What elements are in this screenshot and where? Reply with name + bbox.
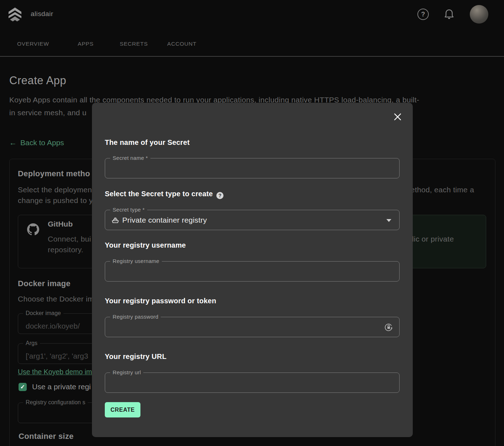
- secret-type-heading-text: Select the Secret type to create: [105, 190, 213, 198]
- back-to-apps-link[interactable]: ←Back to Apps: [9, 138, 64, 147]
- page-description-line2: in service mesh, and u: [9, 108, 87, 117]
- secret-name-field: Secret name *: [105, 158, 400, 178]
- secret-type-label: Secret type *: [110, 207, 147, 213]
- container-size-title: Container size: [19, 432, 74, 441]
- tab-overview[interactable]: OVERVIEW: [17, 41, 49, 47]
- registry-url-field: Registry url: [105, 372, 400, 393]
- deployment-desc-left: Select the deploymen: [18, 186, 92, 194]
- nav-divider: [0, 56, 504, 57]
- koyeb-demo-image-link[interactable]: Use the Koyeb demo imag: [18, 368, 100, 376]
- docker-image-desc: Choose the Docker im: [18, 295, 94, 303]
- registry-password-input[interactable]: [105, 317, 399, 337]
- user-avatar[interactable]: [470, 5, 488, 24]
- tab-apps[interactable]: APPS: [78, 41, 94, 47]
- github-card-desc2: repository.: [48, 245, 83, 254]
- tab-account[interactable]: ACCOUNT: [167, 41, 196, 47]
- registry-username-input[interactable]: [105, 262, 399, 281]
- private-registry-label: Use a private regi: [32, 382, 91, 391]
- page-title: Create App: [9, 74, 66, 87]
- github-icon: [27, 223, 39, 235]
- docker-card-desc-fragment: lic or private: [412, 235, 454, 243]
- back-link-label: Back to Apps: [20, 138, 64, 147]
- tab-secrets[interactable]: SECRETS: [120, 41, 148, 47]
- github-card-title: GitHub: [48, 220, 73, 228]
- back-arrow-icon: ←: [9, 138, 17, 147]
- secret-type-value: Private container registry: [122, 216, 207, 224]
- chevron-down-icon[interactable]: [386, 219, 391, 222]
- org-name: alisdair: [31, 10, 53, 18]
- password-lock-toggle-icon[interactable]: [384, 323, 394, 332]
- deployment-method-title: Deployment metho: [18, 169, 90, 178]
- help-tooltip-icon[interactable]: ?: [216, 192, 223, 199]
- registry-url-input[interactable]: [105, 373, 399, 392]
- deployment-desc-right: ethod, each time a: [411, 186, 474, 194]
- help-icon[interactable]: ?: [417, 9, 429, 20]
- create-secret-modal: The name of your Secret Secret name * Se…: [92, 103, 413, 437]
- secret-type-select[interactable]: Secret type * Private container registry: [105, 210, 400, 230]
- secret-type-heading: Select the Secret type to create?: [105, 190, 223, 199]
- registry-password-heading: Your registry password or token: [105, 297, 216, 305]
- create-button[interactable]: CREATE: [105, 402, 140, 417]
- close-icon[interactable]: [393, 112, 402, 121]
- registry-password-field: Registry password: [105, 317, 400, 337]
- deployment-desc-line2: change is pushed to y: [18, 196, 93, 205]
- container-registry-icon: [111, 216, 119, 224]
- registry-username-heading: Your registry username: [105, 241, 186, 249]
- registry-username-field: Registry username: [105, 261, 400, 282]
- secret-name-heading: The name of your Secret: [105, 138, 190, 147]
- docker-image-title: Docker image: [18, 279, 71, 288]
- registry-url-heading: Your registry URL: [105, 353, 166, 361]
- private-registry-checkbox[interactable]: ✓: [19, 383, 27, 391]
- notifications-bell-icon[interactable]: [444, 8, 454, 20]
- github-card-desc1: Connect, bui: [48, 235, 91, 243]
- screen: alisdair ? OVERVIEW APPS SECRETS ACCOUNT…: [0, 0, 504, 446]
- secret-name-input[interactable]: [105, 158, 399, 178]
- koyeb-logo-icon[interactable]: [9, 7, 21, 22]
